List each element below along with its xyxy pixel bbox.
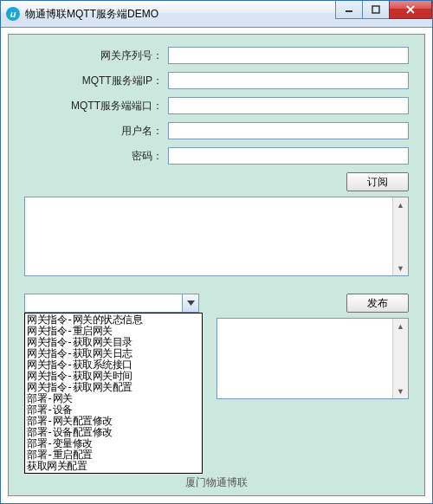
command-input[interactable] [25, 294, 182, 312]
app-window: u 物通博联MQTT服务端DEMO 网关序列号： MQTT服务端IP： MQTT… [0, 0, 433, 504]
publish-button[interactable]: 发布 [346, 294, 409, 313]
window-title: 物通博联MQTT服务端DEMO [25, 7, 158, 22]
subscribe-output[interactable]: ▲ ▼ [24, 197, 409, 276]
window-buttons [336, 1, 432, 19]
client-area: 网关序列号： MQTT服务端IP： MQTT服务端端口： 用户名： 密码： 订阅… [8, 34, 425, 496]
scroll-down-icon[interactable]: ▼ [393, 384, 408, 398]
server-port-label: MQTT服务端端口： [24, 99, 168, 113]
scroll-up-icon[interactable]: ▲ [393, 319, 408, 333]
password-input[interactable] [168, 147, 409, 165]
command-dropdown[interactable]: 网关指令-网关的状态信息网关指令-重启网关网关指令-获取网关目录网关指令-获取网… [24, 313, 203, 474]
username-input[interactable] [168, 122, 409, 139]
scrollbar[interactable]: ▲ ▼ [392, 319, 408, 398]
app-icon: u [6, 7, 20, 21]
gateway-sn-input[interactable] [168, 47, 409, 64]
scrollbar[interactable]: ▲ ▼ [392, 197, 408, 275]
scroll-up-icon[interactable]: ▲ [393, 197, 408, 212]
subscribe-button[interactable]: 订阅 [346, 172, 409, 191]
password-label: 密码： [24, 149, 168, 164]
maximize-button[interactable] [362, 1, 390, 19]
publish-output[interactable]: ▲ ▼ [216, 318, 409, 399]
close-button[interactable] [389, 1, 432, 19]
command-combobox[interactable] [24, 294, 199, 313]
titlebar[interactable]: u 物通博联MQTT服务端DEMO [1, 1, 432, 28]
svg-rect-1 [372, 6, 379, 13]
server-ip-input[interactable] [168, 72, 409, 89]
server-port-input[interactable] [168, 97, 409, 114]
dropdown-option[interactable]: 获取网关配置 [27, 461, 200, 472]
minimize-button[interactable] [335, 1, 363, 19]
footer-text: 厦门物通博联 [9, 475, 424, 490]
username-label: 用户名： [24, 124, 168, 139]
scroll-down-icon[interactable]: ▼ [393, 261, 408, 275]
combo-dropdown-button[interactable] [182, 294, 198, 312]
svg-marker-4 [187, 300, 195, 306]
server-ip-label: MQTT服务端IP： [24, 74, 168, 88]
gateway-sn-label: 网关序列号： [24, 48, 168, 63]
